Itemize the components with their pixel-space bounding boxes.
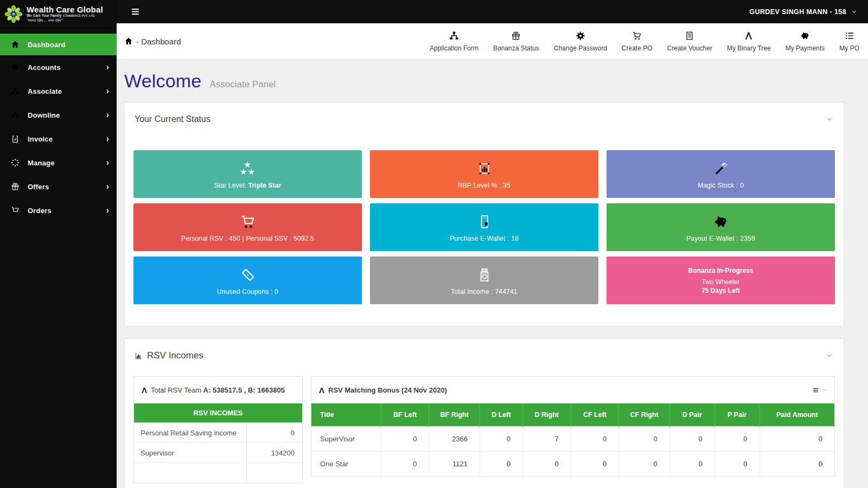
- nav-my-payments[interactable]: My Payments: [786, 31, 825, 52]
- nav-label: My Payments: [786, 44, 825, 52]
- column-header: BF Left: [381, 403, 429, 427]
- tile-label: Magic Stock : 0: [698, 182, 744, 189]
- nav-create-po[interactable]: Create PO: [622, 31, 653, 52]
- panel-title-text: RSV Incomes: [147, 350, 203, 361]
- sidebar-item-accounts[interactable]: Accounts ›: [0, 55, 117, 79]
- card-header: Λ RSV Matching Bonus (24 Nov 2020): [311, 377, 834, 403]
- sidebar-item-label: Offers: [28, 183, 106, 191]
- rsv-panel-body: Λ Total RSV Team A: 538517.5 , B: 166380…: [125, 368, 844, 488]
- nav-bonanza-status[interactable]: Bonanza Status: [493, 31, 539, 52]
- sidebar-item-dashboard[interactable]: Dashboard: [0, 34, 117, 55]
- income-label: Supervisor: [134, 443, 247, 463]
- user-dropdown[interactable]: GURDEV SINGH MANN - 158: [749, 8, 857, 16]
- column-header: D Right: [522, 403, 571, 427]
- sidebar-item-manage[interactable]: Manage ›: [0, 151, 117, 175]
- nav-application-form[interactable]: Application Form: [430, 31, 478, 52]
- collapse-panel-button[interactable]: [825, 351, 834, 360]
- sidebar-item-downline[interactable]: Downline ›: [0, 103, 117, 127]
- brand-company: COMMERCE PVT. LTD.: [63, 14, 95, 17]
- table-row: [134, 463, 302, 483]
- user-name: GURDEV SINGH MANN - 158: [749, 8, 846, 16]
- cell-value: 0: [480, 427, 522, 452]
- nav-label: Create PO: [622, 44, 653, 52]
- column-header: D Left: [480, 403, 522, 427]
- cell-value: 0: [522, 452, 571, 477]
- tile-label-value: Triple Star: [248, 182, 282, 189]
- magic-wand-icon: [713, 159, 729, 178]
- chevron-right-icon: ›: [106, 63, 109, 72]
- sidebar-item-orders[interactable]: Orders ›: [0, 198, 117, 222]
- nav-label: Change Password: [554, 44, 607, 52]
- sidebar: Wealth Care Global We Care Your FamilyCO…: [0, 0, 117, 488]
- gift-icon: [511, 31, 521, 41]
- collapse-panel-button[interactable]: [825, 115, 834, 124]
- income-label: Personal Retail Saving income: [134, 423, 247, 443]
- column-header: CF Right: [619, 403, 670, 427]
- column-header: BF Right: [429, 403, 480, 427]
- cell-value: 7: [522, 427, 571, 452]
- nav-my-po[interactable]: My PO: [839, 31, 859, 52]
- panel-header: Your Current Status: [125, 103, 844, 131]
- lambda-icon: Λ: [142, 386, 147, 394]
- cell-title: SuperVisor: [311, 427, 381, 452]
- sidebar-item-associate[interactable]: Associate ›: [0, 79, 117, 103]
- table-row: Personal Retail Saving income 0: [134, 423, 302, 443]
- page-header: - Dashboard Application Form Bonanza Sta…: [117, 23, 868, 60]
- sidebar-item-label: Associate: [28, 87, 106, 95]
- card-title: Λ RSV Matching Bonus (24 Nov 2020): [319, 386, 447, 394]
- rsv-matching-bonus-card: Λ RSV Matching Bonus (24 Nov 2020): [311, 376, 835, 477]
- nav-label: Create Voucher: [667, 44, 712, 52]
- tile-label: Total Income : 744741: [451, 288, 517, 296]
- status-tile-personal-rsv: Personal RSV : 450 | Personal SSV : 5092…: [133, 203, 362, 251]
- income-value: 0: [247, 423, 302, 443]
- status-tile-payout-ewallet: Payout E-Wallet : 2359: [607, 203, 835, 251]
- chevron-right-icon: ›: [106, 182, 109, 191]
- nav-label: Bonanza Status: [493, 44, 539, 52]
- list-icon: [845, 31, 854, 41]
- nav-change-password[interactable]: Change Password: [554, 31, 607, 52]
- wallet-icon: [477, 213, 492, 231]
- sidebar-item-offers[interactable]: Offers ›: [0, 175, 117, 198]
- piggy-bank-icon: [800, 31, 810, 41]
- topbar: GURDEV SINGH MANN - 158: [117, 0, 868, 23]
- cell-title: One Star: [311, 452, 381, 477]
- sidebar-item-label: Manage: [28, 159, 106, 167]
- gear-icon: [9, 158, 22, 167]
- page-title: Welcome: [124, 70, 201, 92]
- table-menu-button[interactable]: [812, 387, 827, 394]
- clipboard-check-icon: [9, 134, 22, 143]
- cell-value: 0: [669, 452, 714, 477]
- nav-my-binary-tree[interactable]: My Binary Tree: [727, 31, 771, 52]
- breadcrumb[interactable]: - Dashboard: [124, 37, 181, 46]
- brand-logo[interactable]: Wealth Care Global We Care Your FamilyCO…: [0, 0, 117, 28]
- sidebar-item-invoice[interactable]: Invoice ›: [0, 127, 117, 151]
- total-rsv-team-card: Λ Total RSV Team A: 538517.5 , B: 166380…: [133, 376, 303, 483]
- piggy-bank-icon: [9, 63, 22, 72]
- status-tile-total-income: Total Income : 744741: [370, 256, 598, 304]
- cell-value: 0: [619, 452, 670, 477]
- document-icon: [685, 31, 694, 41]
- menu-icon: [812, 387, 819, 394]
- breadcrumb-label: - Dashboard: [136, 37, 181, 46]
- cell-value: 0: [619, 427, 670, 452]
- table-row: SuperVisor 0 2366 0 7 0 0 0 0 0: [311, 427, 834, 452]
- tile-label: Purchase E-Wallet : 18: [450, 235, 519, 242]
- cell-value: 0: [714, 452, 760, 477]
- brand-text: Wealth Care Global We Care Your FamilyCO…: [27, 5, 103, 23]
- hamburger-menu-button[interactable]: [130, 7, 141, 17]
- sidebar-item-label: Accounts: [28, 63, 106, 72]
- cell-value: 2366: [429, 427, 480, 452]
- nav-label: Application Form: [430, 44, 478, 52]
- cash-register-icon: [477, 266, 492, 284]
- tile-label: RBP Level % : 35: [458, 182, 510, 189]
- cell-value: 0: [760, 427, 834, 452]
- nav-create-voucher[interactable]: Create Voucher: [667, 31, 712, 52]
- status-tiles: ★★★ Star Level: Triple Star RBP Level % …: [125, 131, 844, 326]
- status-tile-rbp-level: RBP Level % : 35: [370, 150, 598, 198]
- sidebar-item-label: Orders: [28, 207, 106, 215]
- table-row: One Star 0 1121 0 0 0 0 0 0 0: [311, 452, 834, 477]
- welcome-heading: Welcome Associate Panel: [124, 70, 844, 92]
- cell-value: 0: [669, 427, 714, 452]
- table-row: Supervisor 134200: [134, 443, 302, 463]
- quick-nav: Application Form Bonanza Status Change P…: [430, 31, 859, 52]
